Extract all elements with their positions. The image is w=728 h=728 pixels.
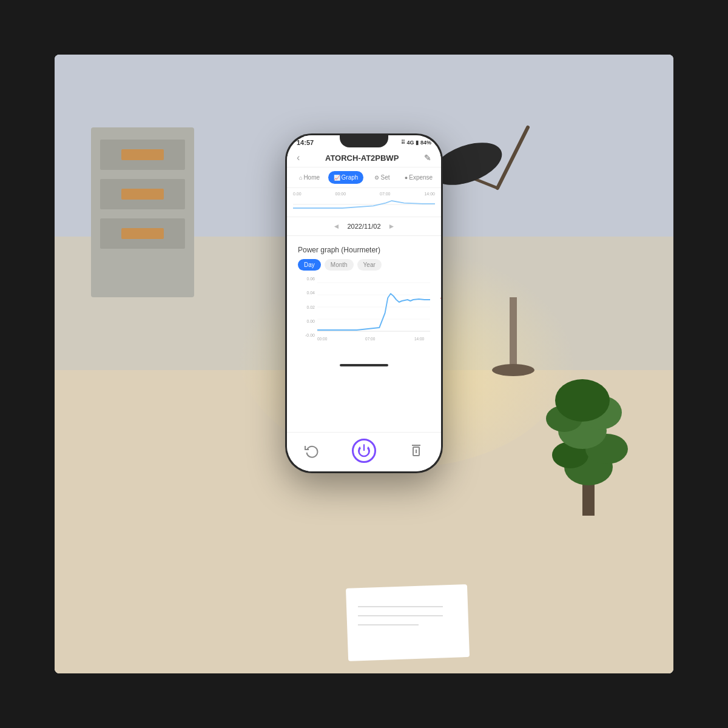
- power-button[interactable]: [352, 439, 376, 463]
- history-icon: [302, 441, 322, 460]
- period-tabs: Day Month Year: [298, 259, 430, 271]
- nav-history[interactable]: [302, 441, 322, 460]
- top-nav: ‹ ATORCH-AT2PBWP ✎: [287, 149, 441, 167]
- timer-icon: [406, 441, 426, 460]
- date-nav: ◄ 2022/11/02 ►: [287, 217, 441, 236]
- tab-graph-label: Graph: [342, 174, 359, 181]
- mini-x-mid: 07:00: [380, 192, 391, 196]
- tab-bar: ⌂ Home 📈 Graph ⚙ Set ● Expense: [287, 167, 441, 188]
- phone: 14:57 ⠿ 4G ▮ 84% ‹ ATORCH-AT2PBWP ✎ ⌂: [285, 133, 443, 473]
- battery-icon: ▮ 84%: [416, 140, 431, 146]
- tab-home-label: Home: [303, 174, 320, 181]
- phone-body: 14:57 ⠿ 4G ▮ 84% ‹ ATORCH-AT2PBWP ✎ ⌂: [285, 133, 443, 473]
- notch: [340, 135, 388, 147]
- home-icon: ⌂: [299, 175, 302, 181]
- mini-x-start: 00:00: [335, 192, 346, 196]
- period-year[interactable]: Year: [357, 259, 382, 271]
- bottom-nav: [287, 432, 441, 471]
- svg-rect-13: [121, 189, 164, 200]
- home-indicator: [287, 359, 441, 371]
- outer-frame: 14:57 ⠿ 4G ▮ 84% ‹ ATORCH-AT2PBWP ✎ ⌂: [55, 55, 673, 673]
- current-date: 2022/11/02: [347, 223, 380, 230]
- mini-x-end: 14:00: [424, 192, 435, 196]
- tab-home[interactable]: ⌂ Home: [292, 171, 327, 184]
- svg-rect-15: [121, 228, 164, 239]
- svg-point-23: [555, 379, 610, 422]
- svg-rect-11: [121, 149, 164, 160]
- svg-point-8: [492, 364, 534, 376]
- y-label-5: -0.00: [305, 333, 315, 337]
- nav-timer[interactable]: [406, 441, 426, 460]
- signal-icon: ⠿ 4G: [401, 140, 414, 146]
- tab-expense[interactable]: ● Expense: [401, 171, 436, 184]
- graph-icon: 📈: [334, 175, 340, 181]
- settings-icon: ⚙: [374, 175, 379, 181]
- edit-button[interactable]: ✎: [424, 153, 431, 163]
- device-title: ATORCH-AT2PBWP: [325, 153, 399, 163]
- tab-graph[interactable]: 📈 Graph: [328, 171, 363, 184]
- svg-text:00:00: 00:00: [317, 337, 328, 341]
- y-label-2: 0.04: [306, 291, 315, 295]
- mini-chart-svg: [293, 197, 435, 212]
- home-bar: [340, 364, 388, 366]
- graph-curve-annotation: Graph curve: [440, 293, 441, 303]
- y-label-1: 0.06: [306, 277, 315, 281]
- status-icons: ⠿ 4G ▮ 84%: [401, 140, 431, 146]
- tab-set[interactable]: ⚙ Set: [365, 171, 400, 184]
- power-graph-section: Power graph (Hourmeter) Day Month Year 0…: [292, 240, 436, 356]
- period-month[interactable]: Month: [325, 259, 354, 271]
- svg-text:14:00: 14:00: [414, 337, 425, 341]
- mini-chart: 0.00 00:00 07:00 14:00: [287, 188, 441, 217]
- back-button[interactable]: ‹: [297, 152, 300, 163]
- period-day[interactable]: Day: [298, 259, 321, 271]
- graph-area: 0.06 0.04 0.02 0.00 -0.00: [298, 277, 430, 349]
- svg-text:07:00: 07:00: [365, 337, 376, 341]
- annotation-line: [440, 298, 441, 298]
- tab-set-label: Set: [380, 174, 389, 181]
- nav-power[interactable]: [352, 439, 376, 463]
- status-time: 14:57: [297, 139, 314, 146]
- mini-y-label: 0.00: [293, 192, 302, 196]
- prev-date-button[interactable]: ◄: [333, 222, 340, 231]
- svg-rect-24: [346, 584, 470, 661]
- mini-chart-labels: 0.00 00:00 07:00 14:00: [293, 192, 435, 196]
- next-date-button[interactable]: ►: [388, 222, 396, 231]
- tab-expense-label: Expense: [409, 174, 433, 181]
- power-graph-title: Power graph (Hourmeter): [298, 246, 430, 254]
- power-graph-svg: 00:00 07:00 14:00: [317, 277, 430, 349]
- phone-screen: 14:57 ⠿ 4G ▮ 84% ‹ ATORCH-AT2PBWP ✎ ⌂: [287, 135, 441, 471]
- svg-rect-7: [510, 297, 517, 370]
- y-label-4: 0.00: [306, 319, 315, 323]
- expense-icon: ●: [405, 175, 408, 181]
- y-label-3: 0.02: [306, 305, 315, 309]
